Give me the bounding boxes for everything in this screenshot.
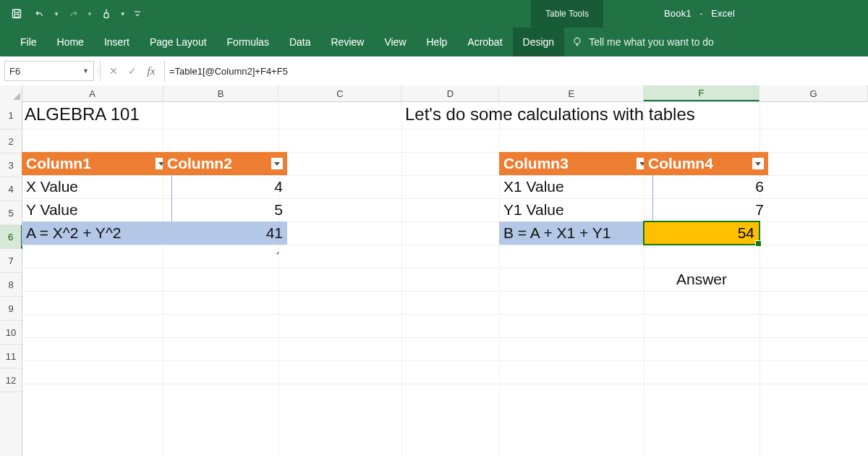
customize-qat-icon[interactable]: [130, 4, 145, 23]
table1-header-col2-label: Column2: [167, 155, 232, 172]
col-header-G[interactable]: G: [760, 85, 868, 101]
cell-A5[interactable]: Y Value: [22, 198, 172, 221]
row-header-8[interactable]: 8: [0, 273, 22, 297]
tab-help[interactable]: Help: [417, 28, 458, 56]
table1-header-col1-label: Column1: [26, 155, 91, 172]
tell-me-search[interactable]: Tell me what you want to do: [564, 36, 714, 48]
col-header-A[interactable]: A: [22, 85, 163, 101]
tab-design[interactable]: Design: [513, 28, 565, 56]
svg-rect-1: [14, 9, 19, 12]
titlebar: ▼ ▼ ▼ Table Tools Book1 - Excel: [0, 0, 868, 28]
undo-dropdown-icon[interactable]: ▼: [54, 11, 59, 17]
tab-page-layout[interactable]: Page Layout: [140, 28, 217, 56]
insert-function-icon[interactable]: fx: [144, 65, 158, 77]
cell-E5[interactable]: Y1 Value: [499, 198, 653, 221]
lightbulb-icon: [571, 36, 583, 48]
tab-insert[interactable]: Insert: [94, 28, 140, 56]
tab-review[interactable]: Review: [321, 28, 375, 56]
col-header-B[interactable]: B: [163, 85, 279, 101]
row-header-6[interactable]: 6: [0, 225, 22, 249]
table-resize-handle-icon[interactable]: [274, 240, 278, 245]
row-header-12[interactable]: 12: [0, 368, 22, 392]
cancel-formula-icon[interactable]: ✕: [106, 65, 121, 77]
name-box[interactable]: F6 ▼: [4, 61, 94, 81]
touch-mode-icon[interactable]: [97, 4, 116, 23]
cell-A4[interactable]: X Value: [22, 175, 172, 198]
col-header-C[interactable]: C: [278, 85, 401, 101]
svg-rect-2: [14, 14, 19, 17]
chevron-down-icon[interactable]: ▼: [82, 67, 89, 75]
svg-point-3: [574, 38, 580, 43]
cell-B5[interactable]: 5: [163, 198, 287, 221]
cell-E6[interactable]: B = A + X1 + Y1: [499, 221, 653, 245]
tab-acrobat[interactable]: Acrobat: [457, 28, 512, 56]
col-header-D[interactable]: D: [401, 85, 499, 101]
row-header-1[interactable]: 1: [0, 101, 22, 130]
cell-F8[interactable]: Answer: [644, 268, 760, 291]
undo-icon[interactable]: [30, 4, 49, 23]
enter-formula-icon[interactable]: ✓: [125, 65, 140, 77]
row-header-2[interactable]: 2: [0, 130, 22, 153]
cell-E4[interactable]: X1 Value: [499, 175, 653, 198]
cell-F6-active[interactable]: 54: [643, 221, 760, 245]
select-all-cell[interactable]: [0, 85, 22, 101]
table-tools-context-label: Table Tools: [531, 0, 603, 28]
column-headers: A B C D E F G: [0, 85, 868, 102]
tab-home[interactable]: Home: [47, 28, 94, 56]
row-header-10[interactable]: 10: [0, 321, 22, 345]
row-header-9[interactable]: 9: [0, 297, 22, 321]
ribbon-tabs: File Home Insert Page Layout Formulas Da…: [0, 28, 868, 56]
svg-rect-0: [12, 9, 20, 17]
cell-A6[interactable]: A = X^2 + Y^2: [22, 221, 172, 245]
formula-bar: F6 ▼ ⋮ ✕ ✓ fx: [0, 56, 868, 86]
tab-formulas[interactable]: Formulas: [217, 28, 279, 56]
table2-header-col4-label: Column4: [648, 155, 713, 172]
row-header-11[interactable]: 11: [0, 345, 22, 368]
row-header-7[interactable]: 7: [0, 249, 22, 273]
cell-F5[interactable]: 7: [644, 198, 768, 221]
cell-F4[interactable]: 6: [644, 175, 768, 198]
table2-header-col3-label: Column3: [503, 155, 569, 172]
touch-dropdown-icon[interactable]: ▼: [120, 11, 126, 17]
col-header-F[interactable]: F: [644, 85, 760, 101]
formula-input[interactable]: [165, 61, 862, 81]
worksheet-grid[interactable]: A B C D E F G 1 2 3 4 5 6 7 8 9 10 11 12: [0, 85, 868, 456]
app-name: Excel: [711, 8, 735, 19]
table2-header-col3[interactable]: Column3: [499, 152, 653, 175]
row-header-4[interactable]: 4: [0, 177, 22, 201]
table1-header-col1[interactable]: Column1: [22, 152, 172, 175]
tab-view[interactable]: View: [374, 28, 416, 56]
name-box-value: F6: [9, 66, 20, 77]
filter-dropdown-icon[interactable]: [271, 158, 283, 169]
row-headers: 1 2 3 4 5 6 7 8 9 10 11 12: [0, 101, 22, 456]
table1-header-col2[interactable]: Column2: [163, 152, 288, 175]
tab-file[interactable]: File: [10, 28, 47, 56]
tab-data[interactable]: Data: [279, 28, 321, 56]
cell-D1[interactable]: Let's do some calculations with tables: [405, 104, 695, 124]
tell-me-placeholder: Tell me what you want to do: [589, 36, 714, 48]
redo-icon[interactable]: [64, 4, 82, 23]
table2-header-col4[interactable]: Column4: [644, 152, 769, 175]
save-icon[interactable]: [7, 4, 26, 23]
cell-B4[interactable]: 4: [163, 175, 287, 198]
document-name: Book1: [664, 8, 692, 19]
row-header-5[interactable]: 5: [0, 201, 22, 225]
filter-dropdown-icon[interactable]: [752, 158, 764, 169]
row-header-3[interactable]: 3: [0, 153, 22, 177]
cell-B6[interactable]: 41: [163, 221, 287, 245]
redo-dropdown-icon[interactable]: ▼: [87, 11, 93, 17]
cell-A1[interactable]: ALGEBRA 101: [25, 104, 140, 124]
cells-area[interactable]: ALGEBRA 101 Let's do some calculations w…: [22, 101, 868, 456]
col-header-E[interactable]: E: [499, 85, 644, 101]
